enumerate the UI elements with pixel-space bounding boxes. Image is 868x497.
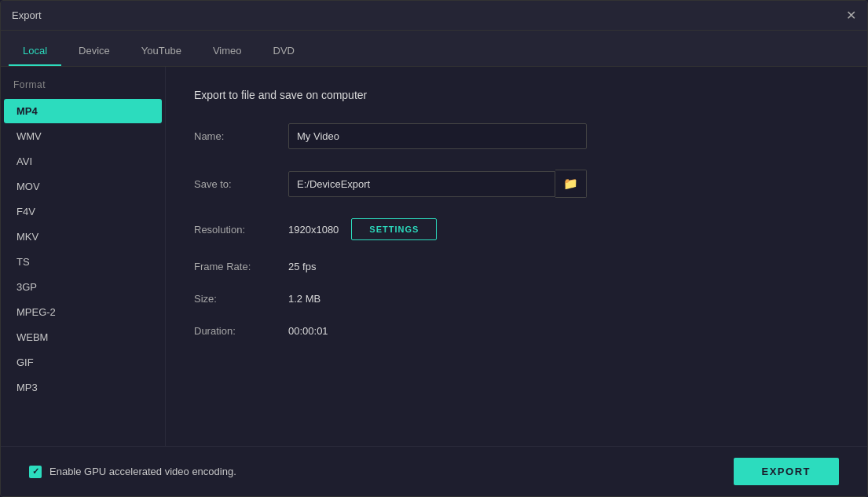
resolution-label: Resolution:: [194, 224, 288, 236]
browse-button[interactable]: 📁: [555, 170, 587, 198]
resolution-value: 1920x1080: [288, 224, 339, 236]
close-button[interactable]: ✕: [846, 9, 856, 22]
sidebar-item-mov[interactable]: MOV: [4, 174, 162, 199]
tab-local[interactable]: Local: [9, 37, 61, 66]
sidebar-item-3gp[interactable]: 3GP: [4, 275, 162, 299]
resolution-value-group: 1920x1080 SETTINGS: [288, 218, 437, 240]
main-panel-title: Export to file and save on computer: [194, 89, 839, 101]
sidebar-item-mpeg2[interactable]: MPEG-2: [4, 300, 162, 324]
sidebar: Format MP4 WMV AVI MOV F4V MKV TS 3GP MP…: [1, 67, 166, 446]
gpu-encoding-label[interactable]: Enable GPU accelerated video encoding.: [29, 466, 236, 478]
sidebar-item-mp4[interactable]: MP4: [4, 99, 162, 123]
tabs-bar: Local Device YouTube Vimeo DVD: [1, 31, 867, 67]
gpu-checkbox[interactable]: [29, 466, 42, 478]
sidebar-item-wmv[interactable]: WMV: [4, 124, 162, 148]
export-button[interactable]: EXPORT: [734, 458, 839, 485]
size-value: 1.2 MB: [288, 293, 320, 305]
sidebar-item-avi[interactable]: AVI: [4, 149, 162, 174]
tab-vimeo[interactable]: Vimeo: [199, 37, 256, 66]
sidebar-item-ts[interactable]: TS: [4, 250, 162, 274]
frame-rate-value: 25 fps: [288, 261, 316, 272]
duration-label: Duration:: [194, 325, 288, 337]
export-window: Export ✕ Local Device YouTube Vimeo DVD …: [0, 0, 868, 497]
sidebar-item-f4v[interactable]: F4V: [4, 199, 162, 224]
name-label: Name:: [194, 130, 288, 142]
save-to-input[interactable]: [288, 171, 555, 197]
duration-value: 00:00:01: [288, 325, 328, 337]
main-panel: Export to file and save on computer Name…: [166, 67, 867, 446]
tab-device[interactable]: Device: [64, 37, 124, 66]
folder-icon: 📁: [563, 177, 578, 190]
duration-row: Duration: 00:00:01: [194, 325, 839, 337]
resolution-row: Resolution: 1920x1080 SETTINGS: [194, 218, 839, 240]
name-input[interactable]: [288, 123, 587, 149]
frame-rate-row: Frame Rate: 25 fps: [194, 261, 839, 272]
gpu-label-text: Enable GPU accelerated video encoding.: [49, 466, 236, 477]
size-label: Size:: [194, 293, 288, 305]
tab-youtube[interactable]: YouTube: [127, 37, 196, 66]
sidebar-item-webm[interactable]: WEBM: [4, 325, 162, 349]
sidebar-item-gif[interactable]: GIF: [4, 350, 162, 375]
tab-dvd[interactable]: DVD: [259, 37, 309, 66]
size-row: Size: 1.2 MB: [194, 293, 839, 305]
sidebar-format-header: Format: [1, 79, 165, 98]
sidebar-item-mkv[interactable]: MKV: [4, 225, 162, 249]
sidebar-item-mp3[interactable]: MP3: [4, 375, 162, 400]
save-to-input-group: 📁: [288, 170, 587, 198]
save-to-row: Save to: 📁: [194, 170, 839, 198]
window-title: Export: [12, 9, 42, 21]
settings-button[interactable]: SETTINGS: [351, 218, 437, 240]
bottom-bar: Enable GPU accelerated video encoding. E…: [1, 446, 867, 496]
name-row: Name:: [194, 123, 839, 149]
frame-rate-label: Frame Rate:: [194, 261, 288, 272]
titlebar: Export ✕: [1, 1, 867, 31]
content-area: Format MP4 WMV AVI MOV F4V MKV TS 3GP MP…: [1, 67, 867, 446]
save-to-label: Save to:: [194, 178, 288, 190]
